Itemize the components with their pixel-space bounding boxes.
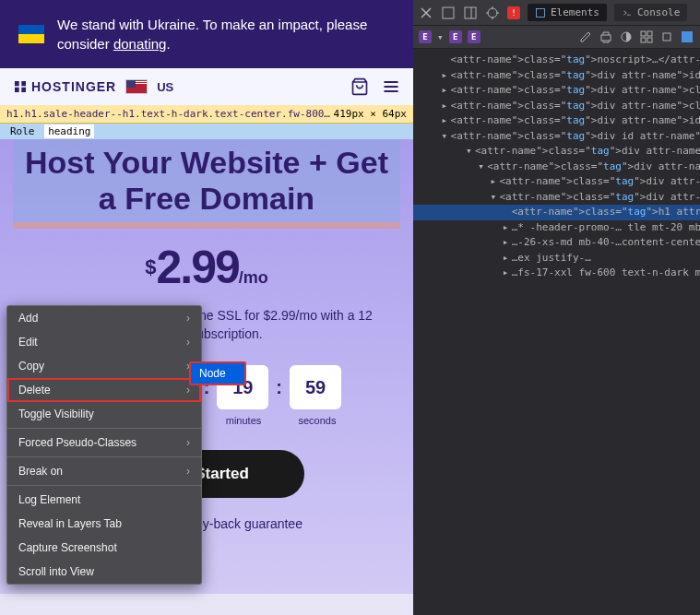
dom-node[interactable]: ▾<attr-name">class="tag">div id attr-nam… — [413, 129, 700, 145]
target-icon[interactable] — [485, 6, 500, 20]
dock-icon[interactable] — [441, 6, 456, 20]
brand-logo-icon — [13, 79, 28, 94]
donate-link[interactable]: donating — [113, 36, 167, 52]
theme-icon[interactable] — [619, 30, 634, 44]
dom-tree[interactable]: <attr-name">class="tag">noscript>…</attr… — [413, 49, 700, 615]
context-menu: Add›Edit›Copy›Delete›Toggle VisibilityFo… — [6, 305, 202, 585]
svg-point-3 — [488, 8, 497, 18]
submenu-label: Node — [199, 367, 226, 380]
svg-rect-11 — [663, 33, 670, 41]
dom-node[interactable]: <attr-name">class="tag">h1 attr-name">cl… — [413, 205, 700, 220]
country-label[interactable]: US — [157, 80, 173, 94]
svg-rect-12 — [682, 31, 693, 42]
countdown-sep: : — [276, 377, 282, 398]
logo[interactable]: HOSTINGER — [13, 79, 116, 94]
svg-rect-4 — [537, 8, 545, 17]
context-menu-separator — [7, 428, 201, 429]
elements-tab[interactable]: Elements — [528, 4, 607, 21]
dom-node[interactable]: ▸…fs-17-xxl fw-600 text-n-dark mt-25 mt-… — [413, 266, 700, 281]
tooltip-dims: 419px × 64px — [334, 108, 407, 120]
inspector-tooltip: h1.h1.sale-header--h1.text-h-dark.text-c… — [0, 105, 413, 124]
print-icon[interactable] — [599, 30, 613, 44]
svg-rect-9 — [641, 38, 646, 42]
nav-left: HOSTINGER US — [13, 79, 173, 94]
context-menu-log-element[interactable]: Log Element — [7, 488, 201, 512]
console-icon — [622, 7, 633, 18]
tooltip-selector: h1.h1.sale-header--h1.text-h-dark.text-c… — [6, 108, 330, 120]
partners: WORDPRESS LITESPEED — [0, 594, 413, 615]
context-menu-forced-pseudo-classes[interactable]: Forced Pseudo-Classes› — [7, 431, 201, 455]
svg-rect-2 — [465, 7, 476, 18]
e-badge[interactable]: E — [468, 30, 481, 43]
devtools-subtoolbar: E ▾ E E — [413, 26, 700, 49]
dom-node[interactable]: ▸<attr-name">class="tag">div attr-name">… — [413, 68, 700, 84]
dock-side-icon[interactable] — [463, 6, 478, 20]
banner-text-post: . — [166, 36, 170, 52]
price-currency: $ — [145, 255, 156, 279]
dom-node[interactable]: ▾<attr-name">class="tag">div attr-name">… — [413, 190, 700, 206]
context-menu-add[interactable]: Add› — [7, 306, 201, 330]
context-menu-break-on[interactable]: Break on› — [7, 459, 201, 483]
dom-node[interactable]: ▸…ex justify-… — [413, 251, 700, 266]
context-menu-scroll-into-view[interactable]: Scroll into View — [7, 560, 201, 584]
settings-icon[interactable] — [659, 30, 674, 44]
cart-icon[interactable] — [350, 77, 369, 96]
price-period: /mo — [239, 268, 268, 288]
inspector-tooltip-role: Role heading — [0, 124, 413, 139]
banner-text: We stand with Ukraine. To make an impact… — [57, 15, 395, 53]
nav-right — [350, 77, 400, 96]
devtools-panel: ! Elements Console E ▾ E E <attr-name">c… — [413, 0, 700, 615]
ukraine-banner: We stand with Ukraine. To make an impact… — [0, 0, 413, 68]
tooltip-role-value: heading — [44, 124, 94, 138]
svg-rect-1 — [443, 7, 454, 18]
edit-icon[interactable] — [578, 30, 593, 44]
dom-node[interactable]: ▸<attr-name">class="tag">div attr-name">… — [413, 174, 700, 190]
context-menu-separator — [7, 485, 201, 486]
dom-node[interactable]: ▸…* -header-promo-… tle mt-20 mb-20 …-da… — [413, 220, 700, 236]
error-badge[interactable]: ! — [507, 6, 520, 19]
context-menu-toggle-visibility[interactable]: Toggle Visibility — [7, 402, 201, 426]
dom-node[interactable]: ▸<attr-name">class="tag">div attr-name">… — [413, 99, 700, 114]
chevron-down-icon[interactable]: ▾ — [437, 31, 444, 43]
e-badge[interactable]: E — [449, 30, 462, 43]
context-menu-capture-screenshot[interactable]: Capture Screenshot — [7, 536, 201, 560]
elements-icon — [535, 7, 546, 18]
headline: Host Your Website + Get a Free Domain — [13, 139, 400, 222]
context-menu-edit[interactable]: Edit› — [7, 330, 201, 354]
e-badge[interactable]: E — [419, 30, 432, 43]
dom-node[interactable]: ▸<attr-name">class="tag">div attr-name">… — [413, 83, 700, 99]
devtools-toolbar: ! Elements Console — [413, 0, 700, 26]
console-tab[interactable]: Console — [614, 4, 687, 21]
grid-icon[interactable] — [639, 30, 654, 44]
dom-node[interactable]: ▾<attr-name">class="tag">div attr-name">… — [413, 160, 700, 175]
dom-node[interactable]: ▸…-26-xs-md mb-40-…content-center …-star… — [413, 235, 700, 251]
context-menu-separator — [7, 456, 201, 457]
expand-icon[interactable] — [680, 30, 694, 44]
elements-tab-label: Elements — [551, 6, 599, 18]
context-menu-copy[interactable]: Copy› — [7, 354, 201, 378]
ukraine-flag-icon — [18, 25, 44, 43]
context-submenu-node[interactable]: Node — [189, 361, 246, 385]
us-flag-icon — [125, 79, 148, 94]
close-icon[interactable] — [419, 6, 433, 20]
svg-rect-8 — [647, 31, 652, 36]
dom-node[interactable]: ▸<attr-name">class="tag">div attr-name">… — [413, 113, 700, 129]
console-tab-label: Console — [637, 6, 680, 18]
logo-text: HOSTINGER — [31, 79, 116, 94]
context-menu-reveal-in-layers-tab[interactable]: Reveal in Layers Tab — [7, 512, 201, 536]
price-amount: 2.99 — [156, 241, 238, 294]
dom-node[interactable]: <attr-name">class="tag">noscript>…</attr… — [413, 53, 700, 68]
svg-rect-5 — [601, 35, 611, 41]
svg-rect-7 — [641, 31, 646, 36]
context-menu-delete[interactable]: Delete› — [7, 378, 201, 402]
countdown-seconds: 59 — [290, 365, 341, 409]
svg-rect-10 — [647, 38, 652, 42]
label-minutes: minutes — [218, 415, 269, 426]
dom-node[interactable]: ▾<attr-name">class="tag">div attr-name">… — [413, 144, 700, 160]
tooltip-role-label: Role — [6, 124, 39, 138]
label-seconds: seconds — [291, 415, 343, 426]
navbar: HOSTINGER US — [0, 68, 413, 105]
hamburger-icon[interactable] — [382, 77, 400, 96]
price: $ 2.99 /mo — [13, 241, 400, 294]
banner-text-pre: We stand with Ukraine. To make an impact… — [57, 17, 367, 52]
